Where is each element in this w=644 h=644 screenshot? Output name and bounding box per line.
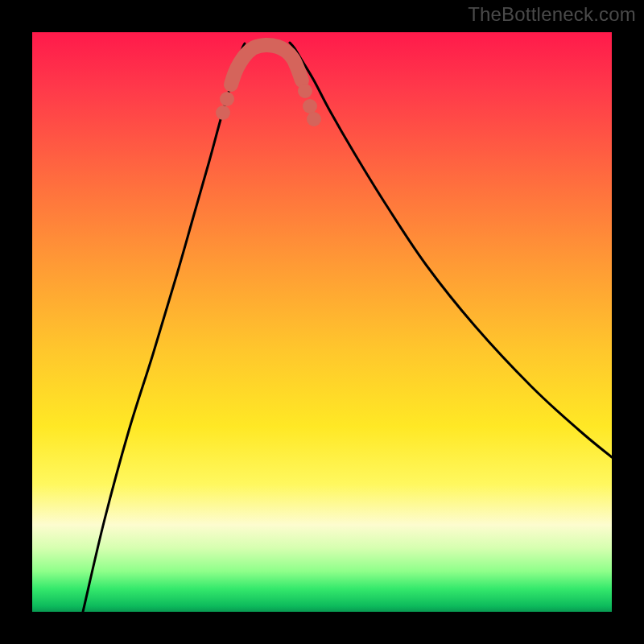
curve-curve-left xyxy=(83,43,245,612)
marker-dot xyxy=(220,92,234,106)
marker-dot xyxy=(307,112,321,126)
chart-frame: TheBottleneck.com xyxy=(0,0,644,644)
curve-curve-right xyxy=(290,43,612,457)
marker-dot xyxy=(303,99,317,114)
marker-segment xyxy=(231,45,302,85)
chart-svg xyxy=(32,32,612,612)
watermark-text: TheBottleneck.com xyxy=(468,3,636,26)
marker-dot xyxy=(216,105,230,120)
marker-dot xyxy=(298,84,312,98)
chart-plot-area xyxy=(32,32,612,612)
